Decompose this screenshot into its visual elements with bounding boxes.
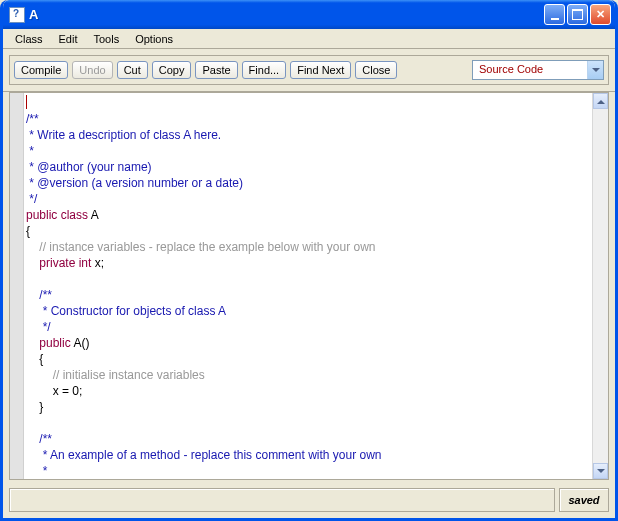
editor-gutter [10,93,24,479]
find-next-button[interactable]: Find Next [290,61,351,79]
code-line: */ [26,192,37,206]
code-line: // initialise instance variables [26,368,205,382]
editor-container: /** * Write a description of class A her… [3,92,615,484]
chevron-down-icon [587,61,603,79]
code-line: * [26,464,51,478]
paste-button[interactable]: Paste [195,61,237,79]
window-title: A [29,7,544,22]
titlebar[interactable]: A [3,0,615,29]
window-controls [544,4,611,25]
scroll-track[interactable] [593,109,608,463]
code-line: { [26,224,30,238]
cut-button[interactable]: Cut [117,61,148,79]
menu-tools[interactable]: Tools [85,31,127,47]
toolbar: Compile Undo Cut Copy Paste Find... Find… [9,55,609,85]
view-select[interactable]: Source Code [472,60,604,80]
code-area[interactable]: /** * Write a description of class A her… [24,93,592,479]
code-token: A [88,208,99,222]
code-line: /** [26,112,39,126]
compile-button[interactable]: Compile [14,61,68,79]
app-icon [9,7,25,23]
code-token: x; [91,256,104,270]
code-line: * Write a description of class A here. [26,128,221,142]
scroll-down-icon[interactable] [593,463,608,479]
code-line: * @version (a version number or a date) [26,176,243,190]
code-line: * An example of a method - replace this … [26,448,382,462]
code-line: { [26,352,43,366]
code-line: * @author (your name) [26,160,155,174]
code-line: */ [26,320,51,334]
code-line: } [26,400,43,414]
view-select-value: Source Code [473,61,587,79]
code-line: /** [26,432,52,446]
code-token: int [75,256,91,270]
undo-button[interactable]: Undo [72,61,112,79]
close-button[interactable]: Close [355,61,397,79]
maximize-button[interactable] [567,4,588,25]
code-line: /** [26,288,52,302]
find-button[interactable]: Find... [242,61,287,79]
menubar: Class Edit Tools Options [3,29,615,49]
caret-icon [26,95,27,109]
menu-edit[interactable]: Edit [51,31,86,47]
menu-class[interactable]: Class [7,31,51,47]
toolbar-container: Compile Undo Cut Copy Paste Find... Find… [3,49,615,92]
editor-window: A Class Edit Tools Options Compile Undo … [0,0,618,521]
code-token: class [57,208,88,222]
minimize-button[interactable] [544,4,565,25]
statusbar: saved [3,484,615,518]
scroll-up-icon[interactable] [593,93,608,109]
code-token: public [26,208,57,222]
menu-options[interactable]: Options [127,31,181,47]
copy-button[interactable]: Copy [152,61,192,79]
code-line: * [26,144,37,158]
status-message [9,488,555,512]
status-saved: saved [559,488,609,512]
close-window-button[interactable] [590,4,611,25]
code-line: * Constructor for objects of class A [26,304,226,318]
code-token: A() [71,336,90,350]
code-token: private [26,256,75,270]
code-line: // instance variables - replace the exam… [26,240,376,254]
vertical-scrollbar[interactable] [592,93,608,479]
code-line: x = 0; [26,384,82,398]
editor-frame: /** * Write a description of class A her… [9,92,609,480]
code-token: public [26,336,71,350]
